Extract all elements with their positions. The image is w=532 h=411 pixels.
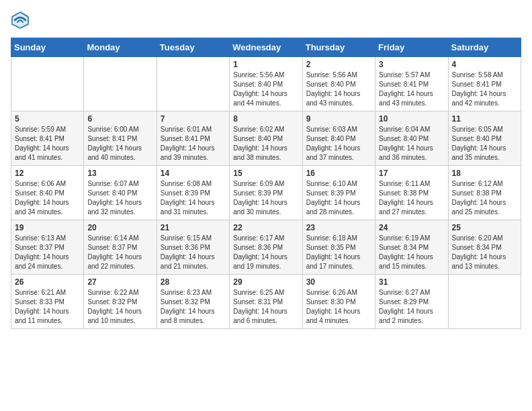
day-number: 26	[15, 277, 80, 287]
calendar-cell: 3Sunrise: 5:57 AM Sunset: 8:41 PM Daylig…	[375, 57, 448, 111]
day-number: 21	[161, 223, 226, 232]
day-number: 22	[233, 223, 298, 232]
day-info: Sunrise: 6:13 AM Sunset: 8:37 PM Dayligh…	[15, 234, 80, 271]
weekday-header: Saturday	[448, 38, 521, 57]
page-header	[11, 11, 521, 30]
day-info: Sunrise: 6:08 AM Sunset: 8:39 PM Dayligh…	[161, 179, 226, 217]
day-number: 28	[161, 277, 226, 287]
day-info: Sunrise: 6:09 AM Sunset: 8:39 PM Dayligh…	[233, 179, 298, 217]
day-number: 19	[15, 223, 80, 232]
calendar-week-row: 1Sunrise: 5:56 AM Sunset: 8:40 PM Daylig…	[11, 57, 521, 111]
calendar-cell: 1Sunrise: 5:56 AM Sunset: 8:40 PM Daylig…	[230, 57, 302, 111]
calendar-cell: 19Sunrise: 6:13 AM Sunset: 8:37 PM Dayli…	[11, 220, 84, 275]
day-info: Sunrise: 6:03 AM Sunset: 8:40 PM Dayligh…	[306, 125, 371, 163]
weekday-header: Monday	[84, 38, 157, 57]
calendar-cell: 30Sunrise: 6:26 AM Sunset: 8:30 PM Dayli…	[302, 275, 375, 329]
calendar-cell: 21Sunrise: 6:15 AM Sunset: 8:36 PM Dayli…	[157, 220, 229, 275]
day-info: Sunrise: 6:11 AM Sunset: 8:38 PM Dayligh…	[379, 179, 444, 217]
calendar-cell: 22Sunrise: 6:17 AM Sunset: 8:36 PM Dayli…	[230, 220, 302, 275]
logo	[11, 11, 32, 30]
calendar-cell: 5Sunrise: 5:59 AM Sunset: 8:41 PM Daylig…	[11, 111, 84, 166]
calendar-cell: 12Sunrise: 6:06 AM Sunset: 8:40 PM Dayli…	[11, 166, 84, 220]
calendar-cell	[157, 57, 229, 111]
day-number: 10	[379, 114, 444, 124]
calendar-cell: 17Sunrise: 6:11 AM Sunset: 8:38 PM Dayli…	[375, 166, 448, 220]
calendar-cell: 11Sunrise: 6:05 AM Sunset: 8:40 PM Dayli…	[448, 111, 521, 166]
day-number: 4	[452, 60, 517, 69]
day-number: 5	[15, 114, 80, 124]
calendar-cell: 7Sunrise: 6:01 AM Sunset: 8:41 PM Daylig…	[157, 111, 229, 166]
calendar-cell	[84, 57, 157, 111]
day-info: Sunrise: 6:17 AM Sunset: 8:36 PM Dayligh…	[233, 234, 298, 271]
day-number: 17	[379, 169, 444, 178]
calendar-week-row: 26Sunrise: 6:21 AM Sunset: 8:33 PM Dayli…	[11, 275, 521, 329]
day-info: Sunrise: 6:01 AM Sunset: 8:41 PM Dayligh…	[161, 125, 226, 163]
day-info: Sunrise: 6:12 AM Sunset: 8:38 PM Dayligh…	[452, 179, 517, 217]
day-info: Sunrise: 6:22 AM Sunset: 8:32 PM Dayligh…	[87, 288, 152, 326]
calendar-cell: 2Sunrise: 5:56 AM Sunset: 8:40 PM Daylig…	[302, 57, 375, 111]
calendar-cell: 26Sunrise: 6:21 AM Sunset: 8:33 PM Dayli…	[11, 275, 84, 329]
calendar-cell: 4Sunrise: 5:58 AM Sunset: 8:41 PM Daylig…	[448, 57, 521, 111]
weekday-header: Sunday	[11, 38, 84, 57]
day-number: 25	[452, 223, 517, 232]
day-number: 13	[87, 169, 152, 178]
day-number: 12	[15, 169, 80, 178]
day-number: 2	[306, 60, 371, 69]
day-info: Sunrise: 6:15 AM Sunset: 8:36 PM Dayligh…	[161, 234, 226, 271]
calendar-cell: 18Sunrise: 6:12 AM Sunset: 8:38 PM Dayli…	[448, 166, 521, 220]
weekday-header: Thursday	[302, 38, 375, 57]
calendar-cell: 8Sunrise: 6:02 AM Sunset: 8:40 PM Daylig…	[230, 111, 302, 166]
day-info: Sunrise: 6:10 AM Sunset: 8:39 PM Dayligh…	[306, 179, 371, 217]
day-number: 14	[161, 169, 226, 178]
day-info: Sunrise: 6:00 AM Sunset: 8:41 PM Dayligh…	[87, 125, 152, 163]
day-number: 1	[233, 60, 298, 69]
weekday-header: Tuesday	[157, 38, 229, 57]
day-number: 18	[452, 169, 517, 178]
calendar-week-row: 12Sunrise: 6:06 AM Sunset: 8:40 PM Dayli…	[11, 166, 521, 220]
day-info: Sunrise: 6:21 AM Sunset: 8:33 PM Dayligh…	[15, 288, 80, 326]
calendar-cell: 13Sunrise: 6:07 AM Sunset: 8:40 PM Dayli…	[84, 166, 157, 220]
day-info: Sunrise: 5:56 AM Sunset: 8:40 PM Dayligh…	[306, 71, 371, 108]
day-number: 27	[87, 277, 152, 287]
day-info: Sunrise: 6:20 AM Sunset: 8:34 PM Dayligh…	[452, 234, 517, 271]
day-number: 7	[161, 114, 226, 124]
day-number: 24	[379, 223, 444, 232]
day-number: 29	[233, 277, 298, 287]
calendar-cell: 16Sunrise: 6:10 AM Sunset: 8:39 PM Dayli…	[302, 166, 375, 220]
day-info: Sunrise: 6:19 AM Sunset: 8:34 PM Dayligh…	[379, 234, 444, 271]
day-number: 23	[306, 223, 371, 232]
day-info: Sunrise: 5:56 AM Sunset: 8:40 PM Dayligh…	[233, 71, 298, 108]
day-number: 3	[379, 60, 444, 69]
calendar-cell: 15Sunrise: 6:09 AM Sunset: 8:39 PM Dayli…	[230, 166, 302, 220]
calendar-week-row: 5Sunrise: 5:59 AM Sunset: 8:41 PM Daylig…	[11, 111, 521, 166]
day-number: 30	[306, 277, 371, 287]
calendar-cell: 28Sunrise: 6:23 AM Sunset: 8:32 PM Dayli…	[157, 275, 229, 329]
day-info: Sunrise: 6:25 AM Sunset: 8:31 PM Dayligh…	[233, 288, 298, 326]
day-info: Sunrise: 6:26 AM Sunset: 8:30 PM Dayligh…	[306, 288, 371, 326]
calendar-header-row: SundayMondayTuesdayWednesdayThursdayFrid…	[11, 38, 521, 57]
calendar-cell	[448, 275, 521, 329]
calendar-cell: 10Sunrise: 6:04 AM Sunset: 8:40 PM Dayli…	[375, 111, 448, 166]
day-info: Sunrise: 6:06 AM Sunset: 8:40 PM Dayligh…	[15, 179, 80, 217]
calendar-cell: 25Sunrise: 6:20 AM Sunset: 8:34 PM Dayli…	[448, 220, 521, 275]
day-number: 20	[87, 223, 152, 232]
calendar-cell: 24Sunrise: 6:19 AM Sunset: 8:34 PM Dayli…	[375, 220, 448, 275]
calendar-cell: 9Sunrise: 6:03 AM Sunset: 8:40 PM Daylig…	[302, 111, 375, 166]
day-number: 16	[306, 169, 371, 178]
calendar-cell	[11, 57, 84, 111]
day-info: Sunrise: 6:05 AM Sunset: 8:40 PM Dayligh…	[452, 125, 517, 163]
day-info: Sunrise: 6:23 AM Sunset: 8:32 PM Dayligh…	[161, 288, 226, 326]
weekday-header: Wednesday	[230, 38, 302, 57]
day-info: Sunrise: 6:04 AM Sunset: 8:40 PM Dayligh…	[379, 125, 444, 163]
calendar-cell: 20Sunrise: 6:14 AM Sunset: 8:37 PM Dayli…	[84, 220, 157, 275]
day-info: Sunrise: 5:57 AM Sunset: 8:41 PM Dayligh…	[379, 71, 444, 108]
day-info: Sunrise: 6:27 AM Sunset: 8:29 PM Dayligh…	[379, 288, 444, 326]
calendar-cell: 29Sunrise: 6:25 AM Sunset: 8:31 PM Dayli…	[230, 275, 302, 329]
logo-icon	[11, 11, 30, 30]
calendar-cell: 23Sunrise: 6:18 AM Sunset: 8:35 PM Dayli…	[302, 220, 375, 275]
day-info: Sunrise: 6:18 AM Sunset: 8:35 PM Dayligh…	[306, 234, 371, 271]
day-number: 31	[379, 277, 444, 287]
day-info: Sunrise: 5:59 AM Sunset: 8:41 PM Dayligh…	[15, 125, 80, 163]
day-info: Sunrise: 6:07 AM Sunset: 8:40 PM Dayligh…	[87, 179, 152, 217]
calendar-cell: 31Sunrise: 6:27 AM Sunset: 8:29 PM Dayli…	[375, 275, 448, 329]
